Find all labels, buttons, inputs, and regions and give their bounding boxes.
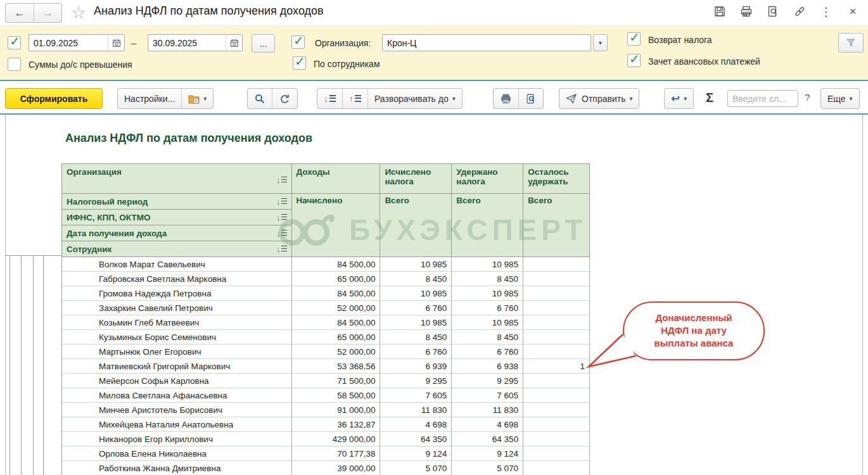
table-row[interactable]: Громова Надежда Петровна 84 500,00 10 98… xyxy=(62,286,590,301)
cell-calculated[interactable]: 9 124 xyxy=(380,446,452,461)
sort-icon[interactable]: ↓ xyxy=(276,213,287,222)
organization-dropdown-button[interactable]: ▾ xyxy=(593,34,608,51)
cell-withheld[interactable]: 6 760 xyxy=(452,301,523,315)
header-total-calculated[interactable]: Всего xyxy=(380,194,452,257)
print-preview-button[interactable] xyxy=(518,89,543,108)
cell-income[interactable]: 65 000,00 xyxy=(292,272,381,286)
cell-calculated[interactable]: 9 295 xyxy=(380,374,452,388)
table-row[interactable]: Козьмин Глеб Матвеевич 84 500,00 10 985 … xyxy=(62,315,590,330)
report-variants-button[interactable]: ▾ xyxy=(181,89,213,108)
grouping-gutter[interactable] xyxy=(5,255,61,475)
collapse-groups-button[interactable]: ↑ xyxy=(342,89,367,108)
cell-remaining[interactable] xyxy=(523,461,590,475)
header-calculated[interactable]: Исчислено налога xyxy=(380,163,452,194)
cell-income[interactable]: 70 177,38 xyxy=(292,446,381,461)
header-remaining[interactable]: Осталось удержать xyxy=(523,163,590,194)
menu-kebab-icon[interactable]: ⋮ xyxy=(819,4,834,19)
cell-calculated[interactable]: 6 939 xyxy=(380,359,452,374)
cell-remaining[interactable] xyxy=(523,257,590,272)
cell-employee[interactable]: Мартынюк Олег Егорович xyxy=(62,345,292,359)
print-report-button[interactable] xyxy=(494,89,518,108)
cell-income[interactable]: 429 000,00 xyxy=(292,432,381,446)
header-total-withheld[interactable]: Всего xyxy=(452,194,523,257)
cell-withheld[interactable]: 11 830 xyxy=(452,403,523,417)
print-button[interactable] xyxy=(739,4,754,19)
cell-calculated[interactable]: 5 070 xyxy=(380,461,452,475)
cell-income[interactable]: 52 000,00 xyxy=(292,301,381,315)
header-accrued[interactable]: Начислено xyxy=(292,194,381,257)
header-ifns[interactable]: ИФНС, КПП, ОКТМО ↓ xyxy=(62,210,292,225)
cell-remaining[interactable] xyxy=(523,446,590,461)
find-next-button[interactable] xyxy=(272,89,297,108)
cell-employee[interactable]: Минчев Аристотель Борисович xyxy=(62,403,292,417)
header-organization[interactable]: Организация ↓ xyxy=(62,163,292,194)
cell-calculated[interactable]: 7 605 xyxy=(380,388,452,403)
cell-remaining[interactable] xyxy=(523,272,590,286)
cell-withheld[interactable]: 10 985 xyxy=(452,257,523,272)
help-button[interactable]: ? xyxy=(805,92,810,103)
cell-employee[interactable]: Милова Светлана Афанасьевна xyxy=(62,388,292,403)
cell-remaining[interactable] xyxy=(523,374,590,388)
table-row[interactable]: Орлова Елена Николаевна 70 177,38 9 124 … xyxy=(62,446,590,461)
advance-offset-label[interactable]: Зачет авансовых платежей xyxy=(648,56,760,66)
more-dropdown[interactable]: Еще ▾ xyxy=(821,89,859,108)
cell-calculated[interactable]: 6 760 xyxy=(380,345,452,359)
undo-dropdown[interactable]: ↩ ▾ xyxy=(665,89,693,108)
header-income-date[interactable]: Дата получения дохода ↓ xyxy=(62,225,292,241)
table-row[interactable]: Мейерсон Софья Карловна 71 500,00 9 295 … xyxy=(62,374,590,388)
cell-remaining[interactable] xyxy=(523,403,590,417)
cell-withheld[interactable]: 5 070 xyxy=(452,461,523,475)
sums-excess-label[interactable]: Суммы до/с превышения xyxy=(29,60,132,70)
by-employees-checkbox[interactable]: ✓ xyxy=(293,56,306,70)
table-row[interactable]: Милова Светлана Афанасьевна 58 500,00 7 … xyxy=(62,388,590,403)
period-more-button[interactable]: ... xyxy=(252,34,275,53)
sort-icon[interactable]: ↓ xyxy=(276,229,287,238)
expand-groups-button[interactable]: ↓ xyxy=(317,89,342,108)
tax-refund-checkbox[interactable]: ✓ xyxy=(627,32,641,46)
forward-button[interactable]: → xyxy=(34,4,61,22)
table-row[interactable]: Никаноров Егор Кириллович 429 000,00 64 … xyxy=(62,432,590,446)
close-icon[interactable]: × xyxy=(845,4,860,19)
period-checkbox[interactable]: ✓ xyxy=(8,36,21,49)
table-row[interactable]: Кузьминых Борис Семенович 65 000,00 8 45… xyxy=(62,330,590,345)
cell-employee[interactable]: Работкина Жанна Дмитриевна xyxy=(62,461,292,475)
sort-icon[interactable]: ↓ xyxy=(276,197,287,206)
table-row[interactable]: Захаркин Савелий Петрович 52 000,00 6 76… xyxy=(62,301,590,315)
preview-button[interactable] xyxy=(765,4,781,19)
calendar-button[interactable] xyxy=(226,35,242,51)
cell-calculated[interactable]: 8 450 xyxy=(380,272,452,286)
cell-employee[interactable]: Кузьминых Борис Семенович xyxy=(62,330,292,345)
cell-remaining[interactable] xyxy=(523,345,590,359)
cell-income[interactable]: 52 000,00 xyxy=(292,345,381,359)
cell-remaining[interactable] xyxy=(523,432,590,446)
filter-settings-button[interactable] xyxy=(838,33,864,53)
generate-button[interactable]: Сформировать xyxy=(5,88,103,109)
cell-withheld[interactable]: 8 450 xyxy=(452,330,523,345)
cell-calculated[interactable]: 8 450 xyxy=(380,330,452,345)
table-row[interactable]: Михейцева Наталия Анатольевна 36 132,87 … xyxy=(62,417,590,432)
cell-withheld[interactable]: 8 450 xyxy=(452,272,523,286)
cell-employee[interactable]: Орлова Елена Николаевна xyxy=(62,446,292,461)
cell-income[interactable]: 39 000,00 xyxy=(292,461,381,475)
cell-income[interactable]: 84 500,00 xyxy=(292,257,381,272)
cell-remaining[interactable] xyxy=(523,388,590,403)
cell-withheld[interactable]: 10 985 xyxy=(452,286,523,301)
cell-remaining[interactable] xyxy=(523,315,590,330)
cell-employee[interactable]: Габровская Светлана Марковна xyxy=(62,272,292,286)
cell-remaining[interactable] xyxy=(523,417,590,432)
table-row[interactable]: Волков Марат Савельевич 84 500,00 10 985… xyxy=(62,257,590,272)
sort-icon[interactable]: ↓ xyxy=(276,167,287,193)
sort-icon[interactable]: ↓ xyxy=(276,244,287,254)
calendar-button[interactable] xyxy=(108,35,124,51)
cell-income[interactable]: 84 500,00 xyxy=(292,286,381,301)
cell-withheld[interactable]: 64 350 xyxy=(452,432,523,446)
header-income[interactable]: Доходы xyxy=(292,163,381,194)
cell-employee[interactable]: Захаркин Савелий Петрович xyxy=(62,301,292,315)
settings-button[interactable]: Настройки... xyxy=(118,89,181,108)
expand-to-dropdown[interactable]: Разворачивать до ▾ xyxy=(367,89,462,108)
cell-income[interactable]: 71 500,00 xyxy=(292,374,381,388)
cell-employee[interactable]: Волков Марат Савельевич xyxy=(62,257,292,272)
table-row[interactable]: Матвиевский Григорий Маркович 53 368,56 … xyxy=(62,359,590,374)
cell-withheld[interactable]: 4 698 xyxy=(452,417,523,432)
cell-income[interactable]: 58 500,00 xyxy=(292,388,381,403)
